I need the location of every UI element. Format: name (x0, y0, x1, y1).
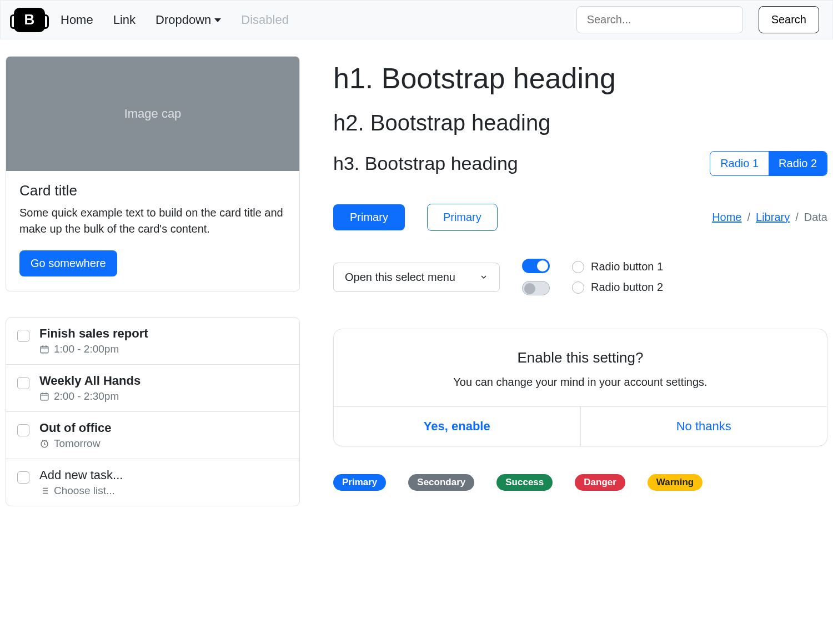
breadcrumb-sep: / (747, 211, 750, 224)
radio-option-2[interactable]: Radio button 2 (572, 281, 663, 294)
brand-logo[interactable]: B (14, 8, 45, 32)
navbar: B Home Link Dropdown Disabled Search (0, 0, 833, 39)
switch-off[interactable] (522, 281, 550, 295)
task-title: Out of office (39, 421, 112, 435)
dialog-yes-button[interactable]: Yes, enable (334, 407, 581, 446)
badge-danger: Danger (575, 474, 625, 491)
chevron-down-icon (214, 18, 221, 22)
nav-dropdown-label: Dropdown (155, 13, 211, 27)
svg-rect-1 (41, 394, 48, 400)
task-checkbox[interactable] (17, 471, 29, 484)
task-subtext: 2:00 - 2:30pm (39, 390, 140, 402)
nav-home[interactable]: Home (61, 13, 93, 27)
task-row[interactable]: Weekly All Hands 2:00 - 2:30pm (6, 365, 299, 412)
nav-dropdown[interactable]: Dropdown (155, 13, 221, 27)
breadcrumb-home[interactable]: Home (712, 211, 741, 224)
search-input[interactable] (576, 6, 743, 33)
breadcrumb-library[interactable]: Library (756, 211, 790, 224)
task-title: Weekly All Hands (39, 374, 140, 388)
radio-option-1[interactable]: Radio button 1 (572, 260, 663, 273)
heading-h3: h3. Bootstrap heading (333, 153, 518, 174)
breadcrumb: Home / Library / Data (712, 211, 827, 224)
task-row[interactable]: Finish sales report 1:00 - 2:00pm (6, 318, 299, 365)
task-subtext: Tomorrow (39, 437, 112, 450)
calendar-icon (39, 391, 49, 401)
task-subtext: Choose list... (39, 485, 123, 497)
task-checkbox[interactable] (17, 424, 29, 436)
dialog-title: Enable this setting? (356, 349, 805, 366)
badge-primary: Primary (333, 474, 386, 491)
task-row[interactable]: Out of office Tomorrow (6, 412, 299, 459)
task-list: Finish sales report 1:00 - 2:00pm Weekly… (6, 317, 300, 506)
radio-button-group: Radio 1 Radio 2 (710, 151, 827, 176)
heading-h1: h1. Bootstrap heading (333, 62, 827, 95)
go-somewhere-button[interactable]: Go somewhere (19, 250, 117, 276)
chevron-down-icon (479, 273, 488, 281)
radio-icon (572, 281, 584, 294)
radio-1[interactable]: Radio 1 (710, 152, 769, 175)
radio-label: Radio button 2 (591, 281, 663, 294)
badge-success: Success (496, 474, 553, 491)
search-button[interactable]: Search (759, 6, 819, 33)
breadcrumb-current: Data (804, 211, 827, 224)
breadcrumb-sep: / (795, 211, 799, 224)
card-text: Some quick example text to build on the … (19, 205, 286, 237)
list-icon (39, 486, 49, 496)
radio-2[interactable]: Radio 2 (769, 152, 827, 175)
nav-link[interactable]: Link (113, 13, 136, 27)
badge-warning: Warning (648, 474, 702, 491)
card-image-cap: Image cap (6, 57, 299, 171)
badge-secondary: Secondary (408, 474, 474, 491)
nav-disabled: Disabled (241, 13, 289, 27)
nav-links: Home Link Dropdown Disabled (61, 13, 289, 27)
radio-label: Radio button 1 (591, 260, 663, 273)
select-menu[interactable]: Open this select menu (333, 263, 500, 292)
primary-outline-button[interactable]: Primary (427, 204, 498, 231)
task-row-add[interactable]: Add new task... Choose list... (6, 459, 299, 506)
task-checkbox[interactable] (17, 377, 29, 389)
badge-row: Primary Secondary Success Danger Warning (333, 474, 827, 491)
task-title: Finish sales report (39, 326, 148, 341)
select-label: Open this select menu (345, 271, 455, 284)
primary-button[interactable]: Primary (333, 204, 405, 230)
switch-on[interactable] (522, 259, 550, 273)
task-subtext: 1:00 - 2:00pm (39, 343, 148, 355)
task-checkbox[interactable] (17, 330, 29, 342)
card-title: Card title (19, 182, 286, 199)
clock-icon (39, 439, 49, 449)
svg-rect-0 (41, 346, 48, 353)
calendar-icon (39, 344, 49, 354)
radio-icon (572, 261, 584, 273)
dialog-no-button[interactable]: No thanks (581, 407, 827, 446)
confirm-dialog: Enable this setting? You can change your… (333, 329, 827, 446)
dialog-text: You can change your mind in your account… (356, 374, 805, 390)
example-card: Image cap Card title Some quick example … (6, 56, 300, 291)
heading-h2: h2. Bootstrap heading (333, 110, 827, 135)
task-title: Add new task... (39, 468, 123, 482)
